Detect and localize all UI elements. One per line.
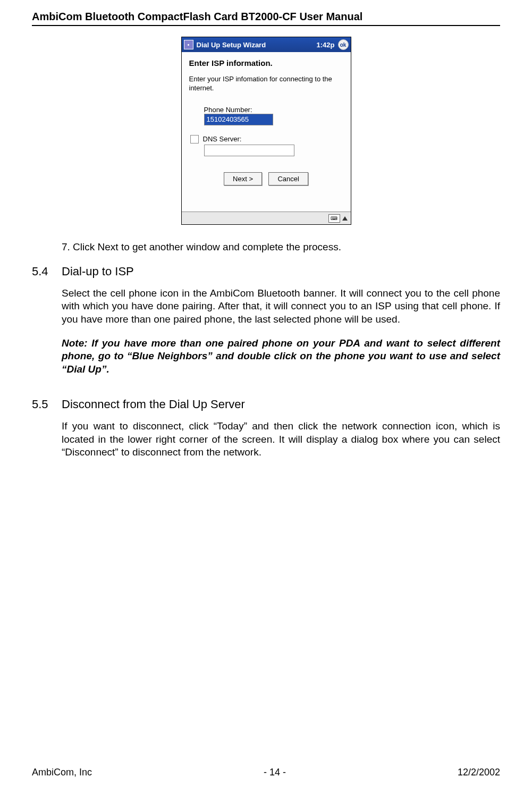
section-5-4-body: Select the cell phone icon in the AmbiCo…	[62, 287, 500, 326]
section-5-4-number: 5.4	[32, 265, 62, 278]
phone-input[interactable]: 15102403565	[204, 114, 273, 125]
section-5-5-body: If you want to disconnect, click “Today”…	[62, 420, 500, 459]
footer-company: AmbiCom, Inc	[32, 767, 92, 778]
up-arrow-icon[interactable]	[342, 216, 348, 221]
window-title: Dial Up Setup Wizard	[197, 41, 266, 49]
ok-button[interactable]: ok	[338, 39, 349, 50]
wizard-body: Enter ISP information. Enter your ISP in…	[182, 52, 351, 212]
next-button[interactable]: Next >	[224, 172, 262, 185]
pda-screenshot: • Dial Up Setup Wizard 1:42p ok Enter IS…	[32, 37, 500, 225]
wizard-subtext: Enter your ISP infomation for connecting…	[189, 75, 343, 93]
step-7-text: 7. Click Next to get another window and …	[62, 241, 500, 254]
keyboard-icon[interactable]: ⌨	[328, 214, 340, 223]
app-icon: •	[184, 40, 193, 49]
footer-date: 12/2/2002	[458, 767, 500, 778]
window-titlebar: • Dial Up Setup Wizard 1:42p ok	[182, 37, 351, 52]
cancel-button[interactable]: Cancel	[268, 172, 308, 185]
footer-page-number: - 14 -	[264, 767, 286, 778]
section-5-4-note: Note: If you have more than one paired p…	[62, 337, 500, 376]
clock: 1:42p	[317, 41, 335, 49]
window-footer: ⌨	[182, 212, 351, 224]
section-5-5-title: Disconnect from the Dial Up Server	[62, 398, 245, 411]
section-5-5-number: 5.5	[32, 398, 62, 411]
title-divider	[32, 25, 500, 26]
section-5-5-heading: 5.5 Disconnect from the Dial Up Server	[32, 398, 500, 411]
section-5-4-heading: 5.4 Dial-up to ISP	[32, 265, 500, 278]
document-title: AmbiCom Bluetooth CompactFlash Card BT20…	[32, 11, 500, 23]
dns-checkbox[interactable]	[190, 135, 199, 143]
wizard-heading: Enter ISP information.	[189, 58, 343, 67]
dns-label: DNS Server:	[203, 135, 242, 143]
page-footer: AmbiCom, Inc - 14 - 12/2/2002	[32, 767, 500, 778]
phone-label: Phone Number:	[204, 106, 343, 114]
dns-input[interactable]	[204, 145, 294, 156]
section-5-4-title: Dial-up to ISP	[62, 265, 134, 278]
dial-up-wizard-window: • Dial Up Setup Wizard 1:42p ok Enter IS…	[181, 37, 351, 225]
